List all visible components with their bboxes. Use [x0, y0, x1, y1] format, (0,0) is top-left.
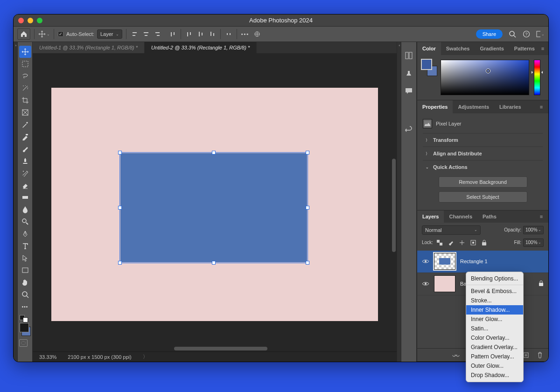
default-colors-icon[interactable]: [19, 315, 28, 322]
panel-menu-icon[interactable]: ≡: [537, 210, 546, 223]
share-button[interactable]: Share: [476, 29, 503, 39]
hue-slider[interactable]: [534, 60, 540, 95]
canvas[interactable]: 33.33% 2100 px x 1500 px (300 ppi) 〉: [33, 53, 397, 362]
rectangle-shape[interactable]: [120, 153, 307, 262]
tab-channels[interactable]: Channels: [444, 210, 477, 223]
horizontal-scrollbar[interactable]: [51, 346, 390, 351]
crop-tool[interactable]: [19, 94, 31, 106]
quick-mask-toggle[interactable]: [19, 339, 28, 347]
magic-wand-tool[interactable]: [19, 82, 31, 94]
path-selection-tool[interactable]: [19, 252, 31, 264]
tab-layers[interactable]: Layers: [417, 210, 444, 223]
tab-paths[interactable]: Paths: [477, 210, 502, 223]
tool-preset-dropdown[interactable]: ⌄: [38, 30, 50, 38]
resize-handle-top-left[interactable]: [118, 151, 122, 154]
opacity-input[interactable]: 100%⌄: [523, 226, 544, 234]
tab-properties[interactable]: Properties: [417, 100, 453, 113]
clone-stamp-tool[interactable]: [19, 155, 31, 167]
more-options-icon[interactable]: •••: [241, 30, 249, 38]
edit-toolbar-button[interactable]: •••: [19, 301, 31, 313]
menu-item-pattern-overlay[interactable]: Pattern Overlay...: [466, 352, 523, 361]
align-top-v-icon[interactable]: [185, 30, 193, 38]
lock-position-icon[interactable]: [458, 239, 466, 246]
menu-item-stroke[interactable]: Stroke...: [466, 296, 523, 305]
menu-item-inner-glow[interactable]: Inner Glow...: [466, 315, 523, 324]
healing-brush-tool[interactable]: [19, 131, 31, 143]
tab-adjustments[interactable]: Adjustments: [453, 100, 494, 113]
menu-item-inner-shadow[interactable]: Inner Shadow...: [466, 305, 523, 315]
menu-item-outer-glow[interactable]: Outer Glow...: [466, 361, 523, 371]
quick-actions-section[interactable]: ⌄ Quick Actions: [423, 160, 543, 174]
tab-libraries[interactable]: Libraries: [494, 100, 526, 113]
resize-handle-middle-left[interactable]: [118, 206, 122, 210]
align-left-icon[interactable]: [130, 30, 139, 38]
marquee-tool[interactable]: [19, 58, 31, 70]
tab-swatches[interactable]: Swatches: [441, 42, 475, 55]
lock-pixels-icon[interactable]: [447, 239, 455, 246]
blur-tool[interactable]: [19, 203, 31, 216]
link-layers-icon[interactable]: [452, 351, 460, 359]
resize-handle-bottom-right[interactable]: [306, 261, 309, 265]
eyedropper-tool[interactable]: [19, 119, 31, 131]
help-icon[interactable]: ?: [522, 30, 531, 38]
menu-item-bevel-emboss[interactable]: Bevel & Emboss...: [466, 287, 523, 296]
brush-tool[interactable]: [19, 143, 31, 155]
layer-name[interactable]: Rectangle 1: [460, 259, 488, 264]
tab-gradients[interactable]: Gradients: [475, 42, 509, 55]
layer-thumbnail[interactable]: [434, 253, 455, 270]
resize-handle-top-right[interactable]: [306, 151, 309, 154]
menu-item-gradient-overlay[interactable]: Gradient Overlay...: [466, 343, 523, 352]
eraser-tool[interactable]: [19, 179, 31, 191]
menu-item-satin[interactable]: Satin...: [466, 324, 523, 333]
artboard[interactable]: [51, 88, 378, 321]
zoom-level[interactable]: 33.33%: [39, 354, 56, 360]
3d-mode-icon[interactable]: [253, 30, 261, 38]
document-tab[interactable]: Untitled-1 @ 33.3% (Rectangle 1, RGB/8) …: [33, 42, 145, 53]
zoom-tool[interactable]: [19, 288, 31, 301]
auto-select-mode-dropdown[interactable]: Layer ⌄: [97, 29, 123, 39]
distribute-icon[interactable]: [224, 30, 233, 38]
layer-thumbnail[interactable]: [434, 275, 455, 292]
layer-row[interactable]: Rectangle 1: [417, 251, 548, 273]
delete-layer-icon[interactable]: [536, 351, 544, 359]
lasso-tool[interactable]: [19, 70, 31, 82]
lock-transparency-icon[interactable]: [436, 239, 443, 246]
foreground-background-swatches[interactable]: [19, 322, 31, 336]
transform-section[interactable]: 〉 Transform: [423, 133, 543, 147]
panel-menu-icon[interactable]: ≡: [540, 42, 546, 55]
align-top-icon[interactable]: [168, 30, 177, 38]
select-subject-button[interactable]: Select Subject: [439, 191, 527, 203]
home-button[interactable]: [17, 28, 30, 40]
visibility-toggle-icon[interactable]: [422, 280, 429, 287]
comments-panel-icon[interactable]: [404, 86, 414, 96]
remove-background-button[interactable]: Remove Background: [439, 176, 527, 188]
type-tool[interactable]: [19, 240, 31, 252]
move-tool[interactable]: [19, 46, 31, 58]
menu-item-blending-options[interactable]: Blending Options...: [466, 274, 523, 283]
color-panel-swatches[interactable]: [423, 60, 436, 77]
align-bottom-v-icon[interactable]: [208, 30, 217, 38]
document-info[interactable]: 2100 px x 1500 px (300 ppi): [68, 354, 131, 360]
fill-input[interactable]: 100%⌄: [523, 238, 544, 247]
frame-tool[interactable]: [19, 106, 31, 119]
align-middle-v-icon[interactable]: [196, 30, 205, 38]
status-more-icon[interactable]: 〉: [143, 353, 148, 360]
lock-artboard-icon[interactable]: [469, 239, 477, 246]
dodge-tool[interactable]: [19, 216, 31, 228]
gradient-tool[interactable]: [19, 191, 31, 203]
visibility-toggle-icon[interactable]: [422, 258, 429, 265]
pen-tool[interactable]: [19, 228, 31, 240]
layer-locked-icon[interactable]: [539, 280, 544, 287]
resize-handle-bottom-middle[interactable]: [212, 261, 216, 265]
document-tab[interactable]: Untitled-2 @ 33.3% (Rectangle 1, RGB/8) …: [145, 42, 257, 53]
align-right-icon[interactable]: [154, 30, 162, 38]
menu-item-color-overlay[interactable]: Color Overlay...: [466, 333, 523, 343]
menu-item-drop-shadow[interactable]: Drop Shadow...: [466, 371, 523, 380]
resize-handle-bottom-left[interactable]: [118, 261, 122, 265]
lock-all-icon[interactable]: [481, 239, 488, 246]
vertical-scrollbar[interactable]: [391, 64, 397, 346]
left-expand-gutter[interactable]: ››: [14, 42, 18, 362]
color-field[interactable]: [441, 60, 529, 95]
align-center-h-icon[interactable]: [142, 30, 150, 38]
history-brush-tool[interactable]: [19, 167, 31, 179]
